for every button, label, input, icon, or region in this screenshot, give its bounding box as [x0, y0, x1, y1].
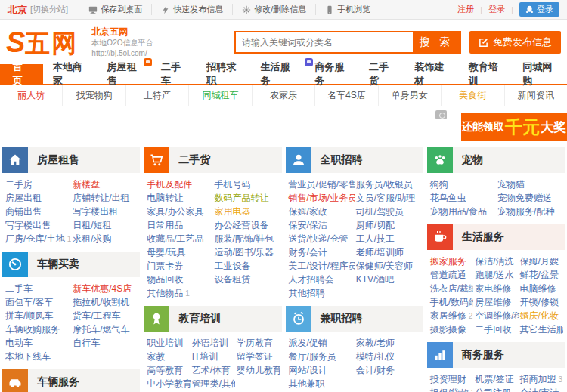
- category-link[interactable]: 面包车/客车: [4, 295, 71, 309]
- subnav-item-同城租车[interactable]: 同城租车: [188, 85, 251, 106]
- subnav-item-单身男女[interactable]: 单身男女: [378, 85, 441, 106]
- category-link[interactable]: 手机/数码维: [429, 295, 473, 309]
- category-link[interactable]: 新楼盘: [71, 177, 138, 191]
- category-link[interactable]: 写字楼出售: [4, 218, 71, 232]
- promo-badge-orange[interactable]: [144, 58, 152, 66]
- nav-item-二手车[interactable]: 二手车: [151, 64, 197, 84]
- category-link[interactable]: 司机/驾驶员: [355, 205, 422, 218]
- category-link[interactable]: KTV/酒吧: [355, 273, 422, 286]
- topbar-link[interactable]: 保存到桌面: [79, 4, 151, 15]
- category-link[interactable]: 机票/签证: [473, 372, 518, 386]
- category-link[interactable]: 收藏品/工艺品: [145, 232, 212, 245]
- camera-icon[interactable]: [435, 110, 447, 119]
- category-link[interactable]: 其他招聘: [287, 286, 355, 300]
- category-link[interactable]: 高等教育: [145, 363, 190, 377]
- category-link[interactable]: 摩托车/燃气车: [71, 323, 138, 336]
- category-link[interactable]: 工人/技工: [355, 232, 422, 245]
- prize-banner[interactable]: 还能领取 千元 大奖: [461, 113, 567, 141]
- category-link[interactable]: 其他兼职: [287, 377, 355, 390]
- category-link[interactable]: 门票卡券: [145, 259, 212, 273]
- category-link[interactable]: 保安/保洁: [287, 218, 355, 232]
- category-link[interactable]: 销售/市场/业务员: [287, 191, 355, 205]
- nav-item-首页[interactable]: 首页: [0, 64, 43, 84]
- category-link[interactable]: 公司注册: [473, 386, 518, 392]
- current-city[interactable]: 北京: [8, 3, 27, 17]
- category-link[interactable]: 电脑维修: [519, 282, 563, 295]
- category-link[interactable]: 服装/配饰/鞋包: [212, 232, 280, 245]
- category-link[interactable]: 派发/促销: [287, 336, 355, 350]
- category-link[interactable]: 家教/老师: [355, 336, 422, 350]
- nav-item-本地商家[interactable]: 本地商家: [43, 64, 98, 84]
- category-link[interactable]: 日常用品: [145, 218, 212, 232]
- category-link[interactable]: 求租/求购: [71, 232, 138, 245]
- category-link[interactable]: 家居维修2: [429, 309, 473, 323]
- category-link[interactable]: 文员/客服/助理: [355, 191, 422, 205]
- subnav-item-美食街[interactable]: 美食街: [441, 85, 503, 106]
- category-link[interactable]: 美工/设计/程序员: [287, 259, 355, 273]
- category-link[interactable]: 其它生活服: [519, 323, 563, 336]
- category-link[interactable]: 手机号码: [212, 177, 280, 191]
- promo-badge-blue[interactable]: [305, 58, 313, 66]
- category-link[interactable]: 母婴/玩具: [145, 245, 212, 259]
- category-link[interactable]: 二手车: [4, 282, 71, 295]
- nav-item-同城网购[interactable]: 同城网购: [513, 64, 567, 84]
- search-input[interactable]: [236, 32, 413, 52]
- category-link[interactable]: 拖拉机/收割机: [71, 295, 138, 309]
- category-link[interactable]: 物品回收: [145, 273, 212, 286]
- category-link[interactable]: 工业设备: [212, 259, 280, 273]
- category-link[interactable]: 模特/礼仪: [355, 350, 422, 363]
- category-link[interactable]: 人才招聘会: [287, 273, 355, 286]
- category-link[interactable]: 服务员/收银员: [355, 177, 422, 191]
- category-link[interactable]: 摄影摄像: [429, 323, 473, 336]
- category-link[interactable]: 写字楼出租: [71, 205, 138, 218]
- category-link[interactable]: 担保/贷款3: [429, 386, 473, 392]
- category-link[interactable]: 设备租赁: [212, 273, 280, 286]
- category-link[interactable]: 婴幼儿教育: [235, 363, 280, 377]
- category-link[interactable]: 中小学教育1: [145, 377, 190, 390]
- search-button[interactable]: 搜 索: [413, 32, 460, 52]
- category-link[interactable]: 二手回收: [473, 323, 518, 336]
- login-link[interactable]: 登录: [488, 4, 505, 15]
- category-link[interactable]: 保姆/月嫂: [519, 255, 563, 268]
- category-link[interactable]: 餐厅/服务员: [287, 350, 355, 363]
- subnav-item-名车4S店[interactable]: 名车4S店: [314, 85, 377, 106]
- category-link[interactable]: 货车/工程车: [71, 309, 138, 323]
- subnav-item-农家乐[interactable]: 农家乐: [252, 85, 314, 106]
- category-link[interactable]: 会计/财务: [355, 363, 422, 377]
- category-link[interactable]: 老师/培训师: [355, 245, 422, 259]
- category-link[interactable]: 宠物服务/配种: [496, 205, 563, 218]
- category-link[interactable]: 投资理财: [429, 372, 473, 386]
- topbar-link[interactable]: 修改/删除信息: [232, 4, 315, 15]
- category-link[interactable]: 艺术/体育: [191, 363, 235, 377]
- category-link[interactable]: 婚庆/化妆: [519, 309, 563, 323]
- category-link[interactable]: 鲜花/盆景: [519, 268, 563, 282]
- register-link[interactable]: 注册: [457, 4, 474, 15]
- category-link[interactable]: 手机及配件: [145, 177, 212, 191]
- category-link[interactable]: 财务/会计: [287, 245, 355, 259]
- nav-item-教育培训[interactable]: 教育培训: [459, 64, 513, 84]
- category-link[interactable]: 会计/审计: [519, 386, 563, 392]
- category-link[interactable]: 狗狗: [429, 177, 496, 191]
- subnav-item-新闻资讯[interactable]: 新闻资讯: [504, 85, 567, 106]
- nav-item-招聘求职[interactable]: 招聘求职: [197, 64, 251, 84]
- nav-item-生活服务[interactable]: 生活服务: [251, 64, 305, 84]
- nav-item-装饰建材[interactable]: 装饰建材: [404, 64, 459, 84]
- category-link[interactable]: 二手房: [4, 177, 71, 191]
- post-info-button[interactable]: 免费发布信息: [469, 31, 561, 54]
- category-link[interactable]: 运动/图书/乐器: [212, 245, 280, 259]
- category-link[interactable]: 外语培训: [191, 336, 235, 350]
- category-link[interactable]: 厂房/仓库/土地1: [4, 232, 71, 245]
- category-link[interactable]: 搬家服务: [429, 255, 473, 268]
- topbar-link[interactable]: 快速发布信息: [151, 4, 232, 15]
- category-link[interactable]: 自行车: [71, 336, 138, 350]
- category-link[interactable]: 管理类/其他1: [191, 377, 235, 390]
- category-link[interactable]: 数码产品转让: [212, 191, 280, 205]
- category-link[interactable]: 管道疏通: [429, 268, 473, 282]
- category-link[interactable]: 营业员/促销/零售: [287, 177, 355, 191]
- category-link[interactable]: 送货/快递/仓管: [287, 232, 355, 245]
- site-logo[interactable]: S 五网: [6, 28, 78, 57]
- category-link[interactable]: 空调维修/移: [473, 309, 518, 323]
- category-link[interactable]: 留学签证: [235, 350, 280, 363]
- category-link[interactable]: 新车优惠/4S店: [71, 282, 138, 295]
- category-link[interactable]: 洗衣店/裁缝: [429, 282, 473, 295]
